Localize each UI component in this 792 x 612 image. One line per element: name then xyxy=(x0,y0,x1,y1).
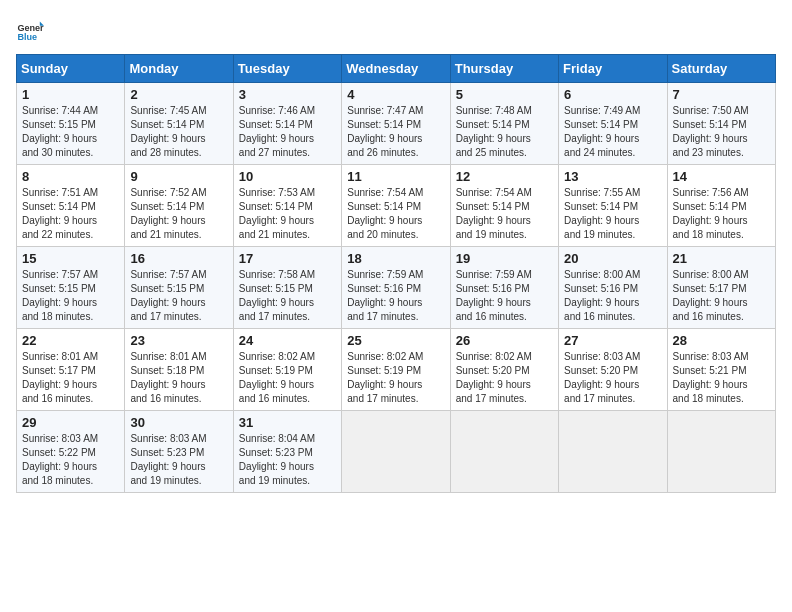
day-number: 15 xyxy=(22,251,119,266)
calendar-cell: 27Sunrise: 8:03 AMSunset: 5:20 PMDayligh… xyxy=(559,329,667,411)
calendar-week-row: 1Sunrise: 7:44 AMSunset: 5:15 PMDaylight… xyxy=(17,83,776,165)
calendar-cell xyxy=(667,411,775,493)
day-number: 6 xyxy=(564,87,661,102)
day-number: 20 xyxy=(564,251,661,266)
calendar-cell xyxy=(559,411,667,493)
day-info: Sunrise: 8:03 AMSunset: 5:22 PMDaylight:… xyxy=(22,432,119,488)
calendar-cell: 17Sunrise: 7:58 AMSunset: 5:15 PMDayligh… xyxy=(233,247,341,329)
calendar-cell: 8Sunrise: 7:51 AMSunset: 5:14 PMDaylight… xyxy=(17,165,125,247)
day-info: Sunrise: 7:57 AMSunset: 5:15 PMDaylight:… xyxy=(22,268,119,324)
calendar-cell: 23Sunrise: 8:01 AMSunset: 5:18 PMDayligh… xyxy=(125,329,233,411)
calendar-week-row: 8Sunrise: 7:51 AMSunset: 5:14 PMDaylight… xyxy=(17,165,776,247)
calendar-week-row: 29Sunrise: 8:03 AMSunset: 5:22 PMDayligh… xyxy=(17,411,776,493)
calendar-cell xyxy=(450,411,558,493)
dow-header-monday: Monday xyxy=(125,55,233,83)
logo-icon: General Blue xyxy=(16,16,44,44)
calendar-cell: 22Sunrise: 8:01 AMSunset: 5:17 PMDayligh… xyxy=(17,329,125,411)
calendar-cell: 12Sunrise: 7:54 AMSunset: 5:14 PMDayligh… xyxy=(450,165,558,247)
page-header: General Blue xyxy=(16,16,776,44)
day-number: 27 xyxy=(564,333,661,348)
calendar-cell: 25Sunrise: 8:02 AMSunset: 5:19 PMDayligh… xyxy=(342,329,450,411)
day-number: 24 xyxy=(239,333,336,348)
day-info: Sunrise: 7:59 AMSunset: 5:16 PMDaylight:… xyxy=(456,268,553,324)
day-info: Sunrise: 8:02 AMSunset: 5:20 PMDaylight:… xyxy=(456,350,553,406)
day-info: Sunrise: 7:46 AMSunset: 5:14 PMDaylight:… xyxy=(239,104,336,160)
day-number: 3 xyxy=(239,87,336,102)
day-number: 10 xyxy=(239,169,336,184)
day-number: 14 xyxy=(673,169,770,184)
logo: General Blue xyxy=(16,16,48,44)
calendar-cell: 6Sunrise: 7:49 AMSunset: 5:14 PMDaylight… xyxy=(559,83,667,165)
day-info: Sunrise: 8:04 AMSunset: 5:23 PMDaylight:… xyxy=(239,432,336,488)
day-number: 28 xyxy=(673,333,770,348)
day-number: 25 xyxy=(347,333,444,348)
day-info: Sunrise: 8:00 AMSunset: 5:17 PMDaylight:… xyxy=(673,268,770,324)
calendar-cell: 21Sunrise: 8:00 AMSunset: 5:17 PMDayligh… xyxy=(667,247,775,329)
day-number: 5 xyxy=(456,87,553,102)
dow-header-saturday: Saturday xyxy=(667,55,775,83)
day-info: Sunrise: 8:03 AMSunset: 5:21 PMDaylight:… xyxy=(673,350,770,406)
day-info: Sunrise: 8:02 AMSunset: 5:19 PMDaylight:… xyxy=(347,350,444,406)
day-number: 1 xyxy=(22,87,119,102)
calendar-cell: 28Sunrise: 8:03 AMSunset: 5:21 PMDayligh… xyxy=(667,329,775,411)
day-number: 18 xyxy=(347,251,444,266)
day-number: 23 xyxy=(130,333,227,348)
calendar-cell: 14Sunrise: 7:56 AMSunset: 5:14 PMDayligh… xyxy=(667,165,775,247)
day-number: 26 xyxy=(456,333,553,348)
calendar-table: SundayMondayTuesdayWednesdayThursdayFrid… xyxy=(16,54,776,493)
day-info: Sunrise: 7:51 AMSunset: 5:14 PMDaylight:… xyxy=(22,186,119,242)
day-info: Sunrise: 7:59 AMSunset: 5:16 PMDaylight:… xyxy=(347,268,444,324)
calendar-cell: 1Sunrise: 7:44 AMSunset: 5:15 PMDaylight… xyxy=(17,83,125,165)
day-number: 12 xyxy=(456,169,553,184)
dow-header-thursday: Thursday xyxy=(450,55,558,83)
day-number: 17 xyxy=(239,251,336,266)
calendar-cell: 24Sunrise: 8:02 AMSunset: 5:19 PMDayligh… xyxy=(233,329,341,411)
day-info: Sunrise: 7:54 AMSunset: 5:14 PMDaylight:… xyxy=(347,186,444,242)
calendar-cell: 26Sunrise: 8:02 AMSunset: 5:20 PMDayligh… xyxy=(450,329,558,411)
calendar-cell xyxy=(342,411,450,493)
calendar-cell: 31Sunrise: 8:04 AMSunset: 5:23 PMDayligh… xyxy=(233,411,341,493)
day-number: 19 xyxy=(456,251,553,266)
day-info: Sunrise: 7:55 AMSunset: 5:14 PMDaylight:… xyxy=(564,186,661,242)
day-info: Sunrise: 8:01 AMSunset: 5:17 PMDaylight:… xyxy=(22,350,119,406)
calendar-cell: 5Sunrise: 7:48 AMSunset: 5:14 PMDaylight… xyxy=(450,83,558,165)
calendar-cell: 29Sunrise: 8:03 AMSunset: 5:22 PMDayligh… xyxy=(17,411,125,493)
calendar-cell: 11Sunrise: 7:54 AMSunset: 5:14 PMDayligh… xyxy=(342,165,450,247)
calendar-week-row: 22Sunrise: 8:01 AMSunset: 5:17 PMDayligh… xyxy=(17,329,776,411)
day-number: 30 xyxy=(130,415,227,430)
calendar-cell: 3Sunrise: 7:46 AMSunset: 5:14 PMDaylight… xyxy=(233,83,341,165)
calendar-body: 1Sunrise: 7:44 AMSunset: 5:15 PMDaylight… xyxy=(17,83,776,493)
day-number: 7 xyxy=(673,87,770,102)
day-info: Sunrise: 7:52 AMSunset: 5:14 PMDaylight:… xyxy=(130,186,227,242)
day-number: 8 xyxy=(22,169,119,184)
dow-header-tuesday: Tuesday xyxy=(233,55,341,83)
day-number: 22 xyxy=(22,333,119,348)
day-number: 11 xyxy=(347,169,444,184)
day-info: Sunrise: 7:58 AMSunset: 5:15 PMDaylight:… xyxy=(239,268,336,324)
day-number: 13 xyxy=(564,169,661,184)
calendar-cell: 4Sunrise: 7:47 AMSunset: 5:14 PMDaylight… xyxy=(342,83,450,165)
day-info: Sunrise: 7:57 AMSunset: 5:15 PMDaylight:… xyxy=(130,268,227,324)
day-info: Sunrise: 7:56 AMSunset: 5:14 PMDaylight:… xyxy=(673,186,770,242)
day-number: 4 xyxy=(347,87,444,102)
day-number: 2 xyxy=(130,87,227,102)
day-info: Sunrise: 7:53 AMSunset: 5:14 PMDaylight:… xyxy=(239,186,336,242)
day-info: Sunrise: 7:50 AMSunset: 5:14 PMDaylight:… xyxy=(673,104,770,160)
dow-header-wednesday: Wednesday xyxy=(342,55,450,83)
calendar-cell: 9Sunrise: 7:52 AMSunset: 5:14 PMDaylight… xyxy=(125,165,233,247)
day-of-week-header-row: SundayMondayTuesdayWednesdayThursdayFrid… xyxy=(17,55,776,83)
calendar-cell: 20Sunrise: 8:00 AMSunset: 5:16 PMDayligh… xyxy=(559,247,667,329)
day-number: 31 xyxy=(239,415,336,430)
calendar-cell: 16Sunrise: 7:57 AMSunset: 5:15 PMDayligh… xyxy=(125,247,233,329)
day-info: Sunrise: 8:02 AMSunset: 5:19 PMDaylight:… xyxy=(239,350,336,406)
day-info: Sunrise: 7:47 AMSunset: 5:14 PMDaylight:… xyxy=(347,104,444,160)
calendar-cell: 15Sunrise: 7:57 AMSunset: 5:15 PMDayligh… xyxy=(17,247,125,329)
calendar-cell: 30Sunrise: 8:03 AMSunset: 5:23 PMDayligh… xyxy=(125,411,233,493)
day-info: Sunrise: 7:44 AMSunset: 5:15 PMDaylight:… xyxy=(22,104,119,160)
day-number: 21 xyxy=(673,251,770,266)
calendar-week-row: 15Sunrise: 7:57 AMSunset: 5:15 PMDayligh… xyxy=(17,247,776,329)
day-info: Sunrise: 7:49 AMSunset: 5:14 PMDaylight:… xyxy=(564,104,661,160)
dow-header-sunday: Sunday xyxy=(17,55,125,83)
day-info: Sunrise: 7:45 AMSunset: 5:14 PMDaylight:… xyxy=(130,104,227,160)
dow-header-friday: Friday xyxy=(559,55,667,83)
